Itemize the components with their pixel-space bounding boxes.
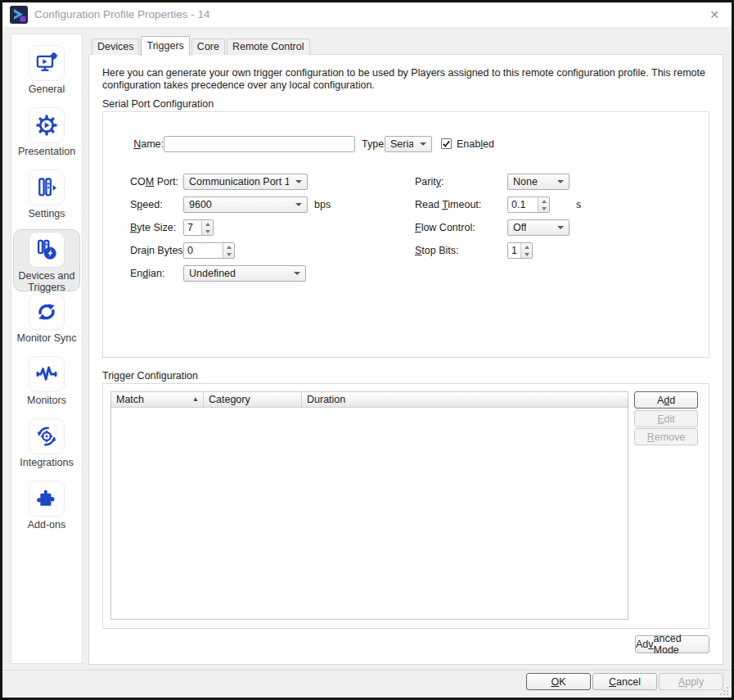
chevron-down-icon — [557, 226, 564, 229]
flow-control-label: Flow Control: — [415, 219, 475, 236]
chevron-down-icon — [420, 142, 426, 146]
resize-grip[interactable] — [719, 686, 729, 696]
spinner-up-icon[interactable] — [223, 243, 234, 251]
enabled-label: Enabled — [457, 136, 494, 152]
sidebar-item-presentation[interactable]: Presentation — [13, 105, 80, 167]
sidebar-item-label: Devices and Triggers — [14, 270, 79, 293]
sidebar-item-label: Settings — [28, 208, 65, 219]
parity-label: Parity: — [415, 174, 444, 190]
puzzle-icon — [29, 481, 65, 517]
spinner-down-icon[interactable] — [223, 251, 234, 258]
column-header-category[interactable]: Category — [204, 392, 302, 407]
devices-bolt-icon — [29, 232, 65, 268]
edit-button[interactable]: Edit — [634, 410, 698, 427]
chevron-down-icon — [295, 180, 302, 183]
stop-bits-value: 1 — [508, 243, 520, 258]
serial-group-box: Name: Type: Serial Enabled COM Port: Com… — [102, 111, 709, 358]
byte-size-stepper[interactable]: 7 — [183, 219, 214, 236]
flow-control-select[interactable]: Off — [507, 219, 570, 236]
intro-text: Here you can generate your own trigger c… — [102, 67, 714, 92]
window-title: Configuration Profile Properties - 14 — [34, 2, 210, 27]
dialog-window: Configuration Profile Properties - 14 ✕ … — [0, 0, 734, 700]
endian-label: Endian: — [130, 265, 164, 282]
title-bar: Configuration Profile Properties - 14 ✕ — [2, 2, 732, 27]
pulse-icon — [29, 356, 65, 392]
sidebar-item-integrations[interactable]: Integrations — [13, 416, 80, 478]
tab-core[interactable]: Core — [191, 38, 225, 55]
drain-bytes-label: Drain Bytes: — [130, 242, 186, 259]
read-timeout-label: Read Timeout: — [415, 196, 481, 213]
tab-devices[interactable]: Devices — [92, 38, 139, 55]
trigger-table-header: Match ▲ Category Duration — [111, 392, 628, 408]
byte-size-value: 7 — [184, 220, 201, 235]
sort-ascending-icon: ▲ — [192, 392, 199, 407]
com-port-label: COM Port: — [130, 174, 178, 190]
sidebar-item-label: General — [29, 84, 65, 95]
servers-play-icon — [29, 169, 65, 205]
app-logo-icon — [10, 6, 28, 24]
endian-select[interactable]: Undefined — [183, 265, 306, 282]
parity-select[interactable]: None — [507, 174, 570, 190]
name-input[interactable] — [164, 136, 355, 152]
gear-arrows-icon — [29, 418, 65, 454]
speed-select[interactable]: 9600 — [183, 196, 308, 213]
com-port-value: Communication Port 1 — [189, 176, 289, 187]
stop-bits-stepper[interactable]: 1 — [507, 242, 533, 259]
check-icon — [442, 139, 451, 148]
add-button[interactable]: Add — [634, 391, 698, 409]
trigger-table: Match ▲ Category Duration — [110, 391, 628, 620]
advanced-mode-button[interactable]: Advanced Mode — [635, 635, 709, 653]
sidebar-item-general[interactable]: General — [13, 43, 80, 105]
drain-bytes-value: 0 — [184, 243, 223, 258]
chevron-down-icon — [294, 272, 300, 275]
display-gear-icon — [29, 45, 65, 81]
sidebar-item-add-ons[interactable]: Add-ons — [13, 478, 80, 540]
sidebar-item-label: Presentation — [18, 146, 75, 157]
type-select-value: Serial — [390, 138, 413, 150]
read-timeout-value: 0.1 — [508, 197, 538, 212]
byte-size-label: Byte Size: — [130, 219, 176, 236]
sidebar-item-monitor-sync[interactable]: Monitor Sync — [13, 291, 80, 354]
enabled-checkbox[interactable] — [441, 138, 452, 149]
flow-control-value: Off — [513, 222, 526, 233]
close-icon[interactable]: ✕ — [706, 2, 723, 27]
cancel-button[interactable]: Cancel — [592, 673, 657, 690]
sidebar-item-label: Monitors — [27, 395, 66, 406]
drain-bytes-stepper[interactable]: 0 — [183, 242, 235, 259]
spinner-up-icon[interactable] — [521, 243, 532, 251]
chevron-down-icon — [295, 203, 302, 206]
spinner-down-icon[interactable] — [202, 228, 213, 235]
trigger-group-box: Match ▲ Category Duration Add Edit Remov… — [102, 383, 709, 629]
tab-remote-control[interactable]: Remote Control — [227, 38, 310, 55]
parity-value: None — [513, 176, 538, 187]
speed-value: 9600 — [189, 199, 212, 210]
type-label: Type: — [362, 136, 387, 152]
apply-button[interactable]: Apply — [659, 673, 723, 690]
sidebar-item-monitors[interactable]: Monitors — [13, 354, 80, 416]
sidebar-item-devices-and-triggers[interactable]: Devices and Triggers — [13, 229, 80, 291]
tab-triggers[interactable]: Triggers — [141, 36, 189, 56]
ok-button[interactable]: OK — [526, 673, 591, 690]
stop-bits-label: Stop Bits: — [415, 242, 459, 259]
trigger-group-title: Trigger Configuration — [102, 370, 198, 382]
spinner-down-icon[interactable] — [521, 251, 532, 258]
column-header-duration[interactable]: Duration — [302, 392, 628, 407]
chevron-down-icon — [557, 180, 564, 183]
triggers-tab-page: Here you can generate your own trigger c… — [88, 54, 723, 665]
sidebar-item-label: Add-ons — [28, 519, 66, 531]
sidebar-item-label: Integrations — [20, 457, 73, 468]
read-timeout-stepper[interactable]: 0.1 — [507, 196, 550, 213]
type-select[interactable]: Serial — [385, 136, 432, 152]
speed-unit-label: bps — [314, 196, 331, 213]
com-port-select[interactable]: Communication Port 1 — [183, 174, 308, 190]
spinner-up-icon[interactable] — [202, 220, 213, 228]
sidebar-item-settings[interactable]: Settings — [13, 167, 80, 229]
name-label: Name: — [128, 136, 164, 152]
spinner-up-icon[interactable] — [538, 197, 549, 205]
spinner-down-icon[interactable] — [538, 205, 549, 212]
sidebar: General Presentation — [11, 34, 83, 664]
column-header-match[interactable]: Match ▲ — [111, 392, 204, 407]
read-timeout-unit-label: s — [576, 196, 581, 213]
serial-group-title: Serial Port Configuration — [102, 98, 214, 110]
remove-button[interactable]: Remove — [634, 428, 698, 445]
